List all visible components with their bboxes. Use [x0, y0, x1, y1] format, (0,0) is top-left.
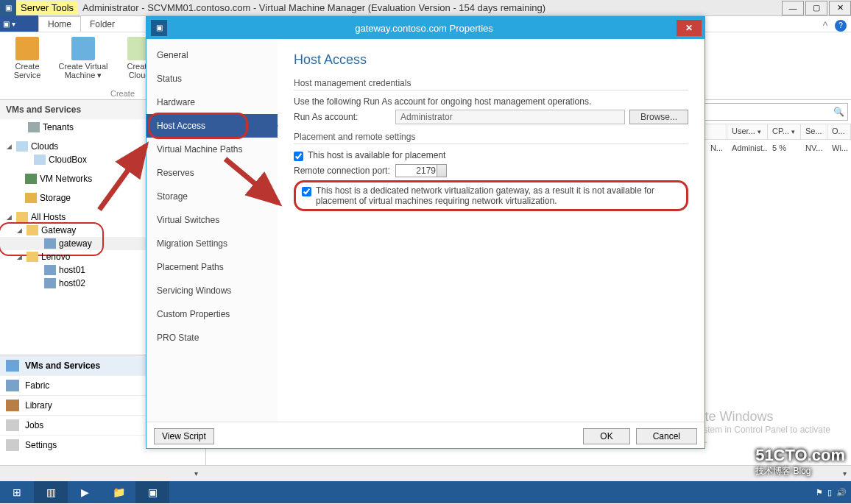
create-vm-button[interactable]: Create Virtual Machine ▾: [52, 35, 115, 99]
start-button[interactable]: ⊞: [0, 481, 34, 503]
server-tools-tag: Server Tools: [16, 1, 78, 14]
storage-icon: [25, 193, 37, 203]
dnav-host-access[interactable]: Host Access: [146, 114, 278, 138]
expand-ribbon-icon[interactable]: ^: [816, 20, 835, 32]
col-cpu[interactable]: CP... ▾: [768, 124, 801, 139]
dialog-nav: General Status Hardware Host Access Virt…: [146, 39, 278, 422]
quick-access[interactable]: ▣ ▾: [0, 15, 38, 32]
runas-input[interactable]: Administrator: [395, 110, 625, 124]
minimize-button[interactable]: —: [782, 1, 804, 15]
titlebar: ▣ Server Tools Administrator - SCVMM01.c…: [0, 0, 851, 16]
systray[interactable]: ⚑ ▯ 🔊: [816, 488, 851, 497]
jobs-icon: [6, 419, 19, 431]
placement-checkbox[interactable]: [294, 152, 303, 161]
runas-label: Run As account:: [294, 112, 395, 122]
dnav-storage[interactable]: Storage: [146, 185, 278, 208]
view-script-button[interactable]: View Script: [154, 428, 214, 444]
statusbar: ▾ ▾: [0, 465, 851, 481]
task-explorer[interactable]: 📁: [102, 481, 135, 503]
browse-button[interactable]: Browse...: [629, 110, 688, 124]
network-icon: [25, 174, 37, 184]
dnav-migration[interactable]: Migration Settings: [146, 232, 278, 255]
ok-button[interactable]: OK: [583, 428, 629, 444]
port-spinner[interactable]: 2179: [395, 164, 447, 177]
host-icon: [44, 278, 56, 288]
col-service[interactable]: Se...: [801, 124, 827, 139]
dialog-content: Host Access Host management credentials …: [278, 39, 705, 422]
gateway-checkbox-label: This host is a dedicated network virtual…: [316, 185, 680, 206]
content-heading: Host Access: [294, 52, 688, 68]
close-button[interactable]: ✕: [829, 1, 851, 15]
taskbar: ⊞ ▥ ▶ 📁 ▣ ⚑ ▯ 🔊: [0, 481, 851, 503]
folder-icon: [16, 212, 28, 222]
dnav-reserves[interactable]: Reserves: [146, 161, 278, 185]
tray-network-icon[interactable]: ▯: [827, 488, 832, 497]
dnav-placement-paths[interactable]: Placement Paths: [146, 255, 278, 279]
cancel-button[interactable]: Cancel: [636, 428, 697, 444]
dialog-title: gateway.contoso.com Properties: [172, 23, 677, 34]
search-icon: 🔍: [833, 107, 844, 117]
create-service-button[interactable]: Create Service: [3, 35, 52, 99]
task-powershell[interactable]: ▶: [68, 481, 102, 503]
placement-checkbox-row[interactable]: This host is available for placement: [294, 150, 688, 161]
host-icon: [44, 238, 56, 249]
dnav-vswitches[interactable]: Virtual Switches: [146, 208, 278, 232]
dnav-servicing[interactable]: Servicing Windows: [146, 279, 278, 302]
task-servermgr[interactable]: ▥: [34, 481, 68, 503]
library-icon: [6, 400, 19, 411]
tab-folder[interactable]: Folder: [81, 17, 124, 32]
dnav-pro-state[interactable]: PRO State: [146, 326, 278, 349]
dnav-custom-props[interactable]: Custom Properties: [146, 302, 278, 326]
ribbon-group-label: Create: [110, 89, 135, 98]
dialog-footer: View Script OK Cancel: [146, 422, 705, 450]
settings-icon: [6, 439, 19, 451]
host-icon: [44, 265, 56, 275]
dnav-status[interactable]: Status: [146, 67, 278, 90]
col-user[interactable]: User... ▾: [727, 124, 768, 139]
gateway-checkbox[interactable]: [302, 187, 311, 196]
app-icon: ▣: [0, 0, 16, 16]
tray-flag-icon[interactable]: ⚑: [816, 488, 823, 497]
folder-icon: [27, 252, 38, 262]
cloud-icon: [16, 141, 28, 152]
service-icon: [15, 37, 39, 60]
fabric-icon: [6, 380, 19, 391]
placement-checkbox-label: This host is available for placement: [308, 150, 445, 160]
task-vmm[interactable]: ▣: [135, 481, 169, 503]
dnav-general[interactable]: General: [146, 43, 278, 67]
vm-icon: [71, 37, 95, 60]
dialog-close-button[interactable]: ✕: [677, 20, 702, 36]
dnav-hardware[interactable]: Hardware: [146, 90, 278, 114]
dialog-titlebar: ▣ gateway.contoso.com Properties ✕: [146, 17, 705, 39]
site-watermark: 51CTO.com 技术博客 Blog: [755, 446, 845, 478]
section-placement: Placement and remote settings: [294, 132, 688, 144]
folder-icon: [27, 225, 38, 235]
col-os[interactable]: O...: [827, 124, 851, 139]
help-icon[interactable]: ?: [835, 20, 847, 32]
nav-splitter-icon[interactable]: ▾: [194, 469, 198, 478]
tab-home[interactable]: Home: [38, 16, 81, 32]
cloud-icon: [34, 155, 46, 165]
dialog-icon: ▣: [151, 20, 167, 36]
window-title: Administrator - SCVMM01.contoso.com - Vi…: [78, 2, 780, 13]
vms-icon: [6, 360, 19, 372]
section-credentials: Host management credentials: [294, 78, 688, 90]
maximize-button[interactable]: ▢: [805, 1, 827, 15]
dnav-vm-paths[interactable]: Virtual Machine Paths: [146, 138, 278, 161]
annotation-circle-gateway-checkbox: This host is a dedicated network virtual…: [294, 180, 688, 211]
tenants-icon: [28, 122, 40, 132]
port-label: Remote connection port:: [294, 166, 395, 176]
properties-dialog: ▣ gateway.contoso.com Properties ✕ Gener…: [146, 16, 705, 449]
credentials-desc: Use the following Run As account for ong…: [294, 96, 688, 107]
tray-sound-icon[interactable]: 🔊: [836, 488, 847, 497]
gateway-checkbox-row[interactable]: This host is a dedicated network virtual…: [302, 185, 680, 206]
